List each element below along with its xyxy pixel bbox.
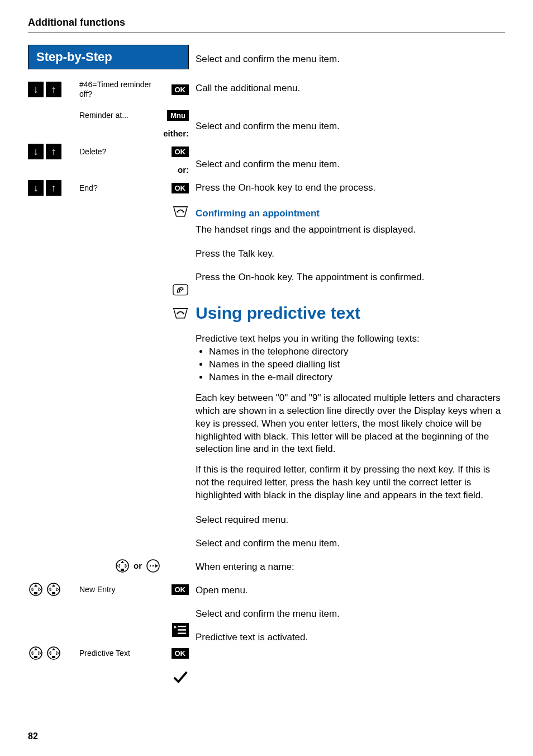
step-row-open-menu — [28, 620, 189, 640]
svg-rect-26 — [178, 629, 186, 631]
down-arrow-icon[interactable]: ↓ — [28, 82, 44, 97]
step-row-reminder-at: Reminder at... Mnu — [28, 105, 189, 125]
svg-rect-36 — [52, 656, 55, 658]
svg-marker-20 — [52, 584, 55, 587]
instruction-text: Predictive text is activated. — [196, 627, 505, 648]
step-row-onhook-2 — [28, 303, 189, 323]
up-arrow-icon[interactable]: ↑ — [46, 82, 61, 97]
svg-rect-3 — [177, 313, 178, 314]
body-text: If this is the required letter, confirm … — [196, 464, 505, 502]
instruction-text: Select and confirm the menu item. — [196, 154, 505, 174]
content-columns: Step-by-Step ↓ ↑ #46=Timed reminder off?… — [28, 45, 505, 690]
menu-item-end: End? — [77, 183, 163, 193]
svg-rect-7 — [121, 569, 124, 571]
nav-control-icon[interactable] — [115, 558, 130, 574]
svg-marker-23 — [56, 588, 59, 591]
instruction-text: Select and confirm the menu item. — [196, 533, 505, 554]
svg-point-12 — [153, 565, 154, 566]
step-row-delete: ↓ ↑ Delete? OK — [28, 141, 189, 162]
svg-marker-35 — [52, 648, 55, 650]
body-text: Each key between "0" and "9" is allocate… — [196, 392, 505, 456]
either-label: either: — [28, 129, 189, 138]
bullet-list: Names in the telephone directory Names i… — [196, 346, 505, 384]
svg-rect-25 — [178, 626, 186, 627]
ok-button[interactable]: OK — [172, 648, 189, 659]
svg-marker-17 — [31, 588, 33, 591]
check-icon — [172, 669, 189, 684]
list-item: Names in the e-mail directory — [209, 371, 505, 384]
svg-rect-21 — [52, 592, 55, 594]
svg-marker-15 — [34, 584, 37, 587]
ok-button[interactable]: OK — [172, 147, 189, 157]
step-row-activated — [28, 667, 189, 687]
step-by-step-box: Step-by-Step — [28, 45, 189, 69]
menu-item-reminder-at: Reminder at... — [77, 111, 163, 120]
step-row-end: ↓ ↑ End? OK — [28, 178, 189, 198]
svg-marker-6 — [121, 561, 124, 563]
left-column: Step-by-Step ↓ ↑ #46=Timed reminder off?… — [28, 45, 189, 690]
step-row-new-entry: New Entry OK — [28, 579, 189, 599]
onhook-key-icon[interactable] — [172, 204, 189, 219]
svg-marker-33 — [39, 651, 41, 655]
svg-marker-13 — [155, 564, 158, 568]
svg-marker-32 — [31, 651, 33, 655]
svg-marker-18 — [39, 588, 41, 591]
svg-rect-1 — [183, 211, 184, 212]
up-arrow-icon[interactable]: ↑ — [46, 144, 61, 159]
step-row-predictive-text: Predictive Text OK — [28, 643, 189, 663]
ok-button[interactable]: OK — [172, 84, 189, 95]
right-column: Select and confirm the menu item. Call t… — [189, 45, 505, 690]
svg-marker-9 — [125, 564, 127, 568]
svg-rect-16 — [34, 592, 37, 594]
or-separator: or — [134, 561, 142, 571]
talk-key-icon[interactable] — [172, 282, 189, 297]
svg-rect-4 — [183, 313, 184, 314]
menu-item-new-entry: New Entry — [77, 585, 163, 594]
instruction-text: The handset rings and the appointment is… — [196, 224, 505, 237]
step-row-onhook — [28, 201, 189, 221]
nav-control-icon[interactable] — [46, 582, 61, 597]
step-row-talk — [28, 280, 189, 300]
list-item: Names in the speed dialling list — [209, 358, 505, 371]
svg-marker-22 — [49, 588, 51, 591]
instruction-text: Call the additional menu. — [196, 78, 505, 98]
instruction-text: Press the On-hook key to end the process… — [196, 178, 505, 198]
svg-marker-38 — [56, 651, 59, 655]
mnu-button[interactable]: Mnu — [167, 110, 189, 121]
down-arrow-icon[interactable]: ↓ — [28, 144, 44, 159]
instruction-text: Select and confirm the menu item. — [196, 604, 505, 624]
ok-button[interactable]: OK — [172, 584, 189, 595]
svg-marker-8 — [117, 564, 120, 568]
onhook-key-icon[interactable] — [172, 306, 189, 320]
svg-rect-0 — [177, 211, 178, 212]
chapter-title: Additional functions — [28, 17, 505, 29]
body-text: Predictive text helps you in writing the… — [196, 333, 505, 384]
menu-icon[interactable] — [172, 622, 189, 637]
instruction-text: Select required menu. — [196, 510, 505, 530]
instruction-text: When entering a name: — [196, 557, 505, 577]
up-arrow-icon[interactable]: ↑ — [46, 180, 61, 196]
menu-item-predictive-text: Predictive Text — [77, 649, 163, 658]
nav-control-icon[interactable] — [28, 645, 44, 661]
list-item: Names in the telephone directory — [209, 346, 505, 358]
sub-heading: Confirming an appointment — [196, 208, 505, 219]
instruction-text: Press the Talk key. — [196, 244, 505, 264]
ok-button[interactable]: OK — [172, 183, 189, 193]
svg-marker-30 — [34, 648, 37, 650]
body-text-line: Predictive text helps you in writing the… — [196, 333, 420, 344]
instruction-text: Open menu. — [196, 580, 505, 601]
down-arrow-icon[interactable]: ↓ — [28, 180, 44, 196]
svg-rect-27 — [178, 632, 186, 634]
header-rule — [28, 32, 505, 32]
instruction-text: Select and confirm the menu item. — [196, 116, 505, 136]
or-label: or: — [28, 165, 189, 174]
nav-control-icon[interactable] — [46, 645, 61, 661]
svg-rect-31 — [34, 656, 37, 658]
instruction-text: Select and confirm the menu item. — [196, 47, 505, 72]
section-heading: Using predictive text — [196, 304, 505, 323]
nav-control-icon[interactable] — [28, 582, 44, 597]
step-row-select-menu: or — [28, 556, 189, 576]
dotted-nav-icon[interactable] — [145, 558, 161, 574]
svg-point-11 — [150, 565, 151, 566]
menu-item-delete: Delete? — [77, 147, 163, 157]
